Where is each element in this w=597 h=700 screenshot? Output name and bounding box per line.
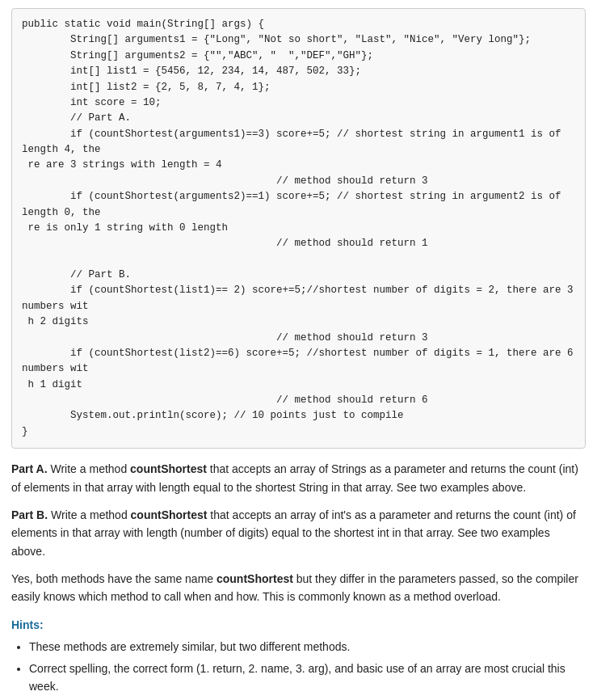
- part-b-method: countShortest: [131, 508, 208, 521]
- hints-label: Hints:: [11, 616, 586, 634]
- overload-text1: Yes, both methods have the same name: [11, 572, 217, 585]
- hint-2-text: Correct spelling, the correct form (1. r…: [29, 662, 565, 693]
- overload-paragraph: Yes, both methods have the same name cou…: [11, 570, 586, 606]
- part-a-section: Part A. Write a method countShortest tha…: [11, 460, 586, 496]
- code-container: public static void main(String[] args) {…: [11, 8, 586, 449]
- part-b-section: Part B. Write a method countShortest tha…: [11, 506, 586, 560]
- part-b-paragraph: Part B. Write a method countShortest tha…: [11, 506, 586, 560]
- hint-1-text: These methods are extremely similar, but…: [29, 640, 350, 653]
- hints-section: Hints: These methods are extremely simil…: [11, 616, 586, 700]
- list-item: Correct spelling, the correct form (1. r…: [29, 660, 586, 695]
- part-a-method: countShortest: [130, 462, 207, 475]
- part-a-text1: Write a method: [48, 462, 130, 475]
- code-block: public static void main(String[] args) {…: [11, 8, 586, 449]
- part-a-paragraph: Part A. Write a method countShortest tha…: [11, 460, 586, 496]
- part-b-label: Part B.: [11, 508, 48, 521]
- overload-section: Yes, both methods have the same name cou…: [11, 570, 586, 606]
- part-a-label: Part A.: [11, 462, 48, 475]
- hints-list: These methods are extremely similar, but…: [11, 639, 586, 700]
- overload-method: countShortest: [217, 572, 293, 585]
- list-item: These methods are extremely similar, but…: [29, 639, 586, 656]
- part-b-text1: Write a method: [48, 508, 130, 521]
